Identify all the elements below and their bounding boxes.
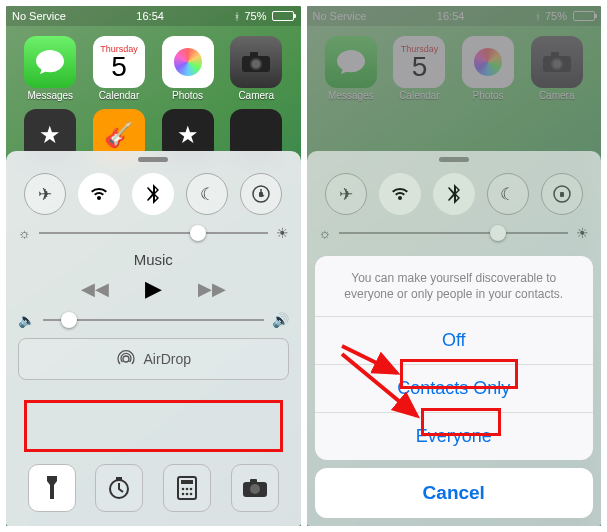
svg-rect-5: [259, 192, 263, 197]
play-button[interactable]: ▶: [145, 276, 162, 302]
dnd-toggle[interactable]: ☾: [487, 173, 529, 215]
rewind-button[interactable]: ◀◀: [81, 278, 109, 300]
home-apps: Messages Thursday 5 Calendar Photos Came…: [6, 30, 301, 167]
svg-rect-1: [250, 52, 258, 57]
svg-point-15: [186, 493, 189, 496]
svg-point-6: [123, 356, 129, 362]
rotation-lock-toggle[interactable]: [541, 173, 583, 215]
clock: 16:54: [136, 10, 164, 22]
volume-slider[interactable]: 🔈 🔊: [18, 312, 289, 328]
option-contacts-only[interactable]: Contacts Only: [315, 364, 594, 412]
control-center[interactable]: ✈ ☾ ☼ ☀ Music ◀◀ ▶ ▶▶ �: [6, 151, 301, 526]
status-bar: No Service 16:54 ᚼ 75%: [6, 6, 301, 26]
app-label: Messages: [28, 90, 74, 101]
wifi-toggle[interactable]: [379, 173, 421, 215]
wifi-toggle[interactable]: [78, 173, 120, 215]
phone-left: No Service 16:54 ᚼ 75% Messages Thursday…: [6, 6, 301, 526]
brightness-high-icon: ☀: [276, 225, 289, 241]
sheet-message: You can make yourself discoverable to ev…: [315, 256, 594, 316]
option-everyone[interactable]: Everyone: [315, 412, 594, 460]
airdrop-icon: [116, 349, 136, 369]
volume-high-icon: 🔊: [272, 312, 289, 328]
phone-right: No Service 16:54 ᚼ 75% Messages Thursday…: [307, 6, 602, 526]
calendar-icon: Thursday 5: [93, 36, 145, 88]
bluetooth-status-icon: ᚼ: [234, 11, 240, 22]
rotation-lock-toggle[interactable]: [240, 173, 282, 215]
carrier-label: No Service: [12, 10, 66, 22]
svg-rect-18: [250, 479, 257, 483]
battery-pct: 75%: [244, 10, 266, 22]
svg-rect-8: [116, 477, 122, 480]
app-calendar[interactable]: Thursday 5 Calendar: [87, 36, 152, 101]
timer-button[interactable]: [95, 464, 143, 512]
camera-button[interactable]: [231, 464, 279, 512]
svg-point-14: [182, 493, 185, 496]
forward-button[interactable]: ▶▶: [198, 278, 226, 300]
messages-icon: [24, 36, 76, 88]
bluetooth-toggle[interactable]: [132, 173, 174, 215]
airdrop-button[interactable]: AirDrop: [18, 338, 289, 380]
app-photos[interactable]: Photos: [155, 36, 220, 101]
brightness-slider[interactable]: ☼ ☀: [18, 225, 289, 241]
svg-rect-10: [181, 480, 193, 484]
music-section: Music ◀◀ ▶ ▶▶: [18, 251, 289, 302]
airplane-toggle[interactable]: ✈: [24, 173, 66, 215]
svg-point-3: [252, 60, 260, 68]
app-label: Photos: [172, 90, 203, 101]
cancel-button[interactable]: Cancel: [315, 468, 594, 518]
calendar-day: 5: [111, 54, 127, 80]
airdrop-action-sheet: You can make yourself discoverable to ev…: [315, 256, 594, 518]
calculator-button[interactable]: [163, 464, 211, 512]
svg-point-13: [190, 488, 193, 491]
svg-point-12: [186, 488, 189, 491]
app-camera[interactable]: Camera: [224, 36, 289, 101]
app-messages[interactable]: Messages: [18, 36, 83, 101]
svg-rect-25: [560, 192, 564, 197]
toggle-row: ✈ ☾: [18, 173, 289, 215]
svg-point-11: [182, 488, 185, 491]
airplane-toggle[interactable]: ✈: [325, 173, 367, 215]
svg-point-19: [250, 484, 260, 494]
quick-actions: [18, 464, 289, 518]
photos-icon: [162, 36, 214, 88]
app-label: Camera: [238, 90, 274, 101]
brightness-low-icon: ☼: [18, 225, 31, 241]
battery-icon: [272, 11, 294, 21]
dnd-toggle[interactable]: ☾: [186, 173, 228, 215]
bluetooth-toggle[interactable]: [433, 173, 475, 215]
option-off[interactable]: Off: [315, 316, 594, 364]
airdrop-label: AirDrop: [144, 351, 191, 367]
camera-icon: [230, 36, 282, 88]
volume-low-icon: 🔈: [18, 312, 35, 328]
flashlight-button[interactable]: [28, 464, 76, 512]
app-label: Calendar: [99, 90, 140, 101]
music-title: Music: [18, 251, 289, 268]
svg-point-16: [190, 493, 193, 496]
